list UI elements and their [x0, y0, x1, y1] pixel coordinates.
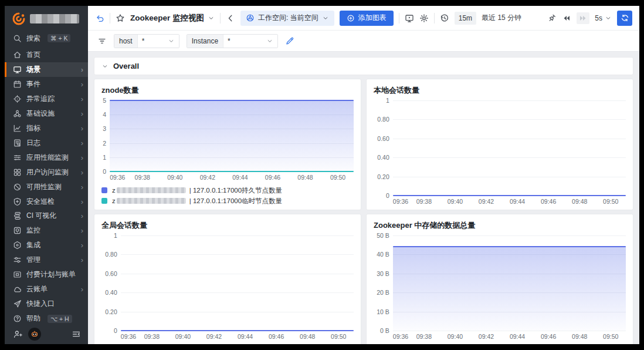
sidebar-item-availability[interactable]: 可用性监测›: [5, 180, 88, 194]
sidebar-item-events[interactable]: 事件›: [5, 77, 88, 92]
time-range-badge[interactable]: 15m: [455, 12, 476, 25]
refresh-button[interactable]: [617, 11, 632, 26]
favorite-star-button[interactable]: [116, 14, 125, 23]
backward-button[interactable]: [562, 14, 571, 23]
legend-item[interactable]: z| 127.0.0.1:17000临时节点数量: [101, 196, 354, 206]
chart-plot-area[interactable]: 10.800.600.400.200: [374, 100, 626, 196]
chart-panel-2[interactable]: 本地会话数量10.800.600.400.20009:3609:3809:400…: [366, 79, 633, 210]
chart-title: znode数量: [101, 85, 354, 96]
x-tick-label: 09:42: [479, 198, 494, 205]
filter-instance[interactable]: Instance *: [187, 34, 278, 48]
chevron-right-icon: ›: [81, 139, 83, 147]
y-tick-label: 30 B: [377, 271, 389, 277]
series-line: [393, 195, 626, 196]
forward-button[interactable]: [577, 12, 589, 24]
sidebar-item-cloud-bill[interactable]: 云账单›: [5, 282, 88, 297]
chevron-right-icon: ›: [81, 183, 83, 191]
sidebar-item-monitoring[interactable]: 监控›: [5, 223, 88, 238]
chart-panel-3[interactable]: 全局会话数量10.800.600.400.20009:3609:3809:400…: [94, 214, 361, 344]
chart-panel-4[interactable]: Zookeeper 中存储的数据总量50 B40 B30 B20 B10 B0 …: [366, 214, 633, 344]
chevron-right-icon: ›: [81, 124, 83, 132]
sidebar-item-metrics[interactable]: 指标›: [5, 121, 88, 136]
undo-button[interactable]: [95, 14, 104, 23]
sidebar-item-home[interactable]: 首页: [5, 48, 88, 62]
chevron-right-icon: ›: [81, 95, 83, 103]
invite-user-icon[interactable]: [13, 329, 22, 339]
sidebar-item-ci[interactable]: CI 可视化›: [5, 208, 88, 223]
sidebar-item-management[interactable]: 管理›: [5, 253, 88, 267]
dashboard-title-menu[interactable]: Zookeeper 监控视图: [130, 13, 215, 23]
y-axis-labels: 10.800.600.400.200: [101, 235, 121, 331]
cloud-bill-icon: [13, 285, 22, 294]
gridline: [393, 177, 626, 177]
series-line: [110, 100, 354, 101]
series-line: [121, 330, 354, 331]
sidebar-item-billing[interactable]: 付费计划与账单: [5, 267, 88, 282]
metrics-icon: [13, 124, 22, 133]
chart-title: Zookeeper 中存储的数据总量: [374, 220, 626, 231]
sidebar-item-apm[interactable]: 应用性能监测›: [5, 150, 88, 165]
charts-grid: znode数量54321009:3609:3809:4009:4209:4409…: [94, 79, 633, 344]
x-tick-label: 09:46: [269, 333, 284, 340]
chevron-right-icon: ›: [81, 285, 83, 293]
legend-item[interactable]: z| 127.0.0.1:17000持久节点数量: [101, 185, 354, 196]
chevron-right-icon: ›: [81, 212, 83, 220]
chart-plot-area[interactable]: 543210: [101, 100, 354, 171]
app-logo[interactable]: [5, 6, 88, 29]
sidebar-item-security[interactable]: 安全巡检›: [5, 194, 88, 209]
time-range-text[interactable]: 最近 15 分钟: [482, 13, 521, 23]
section-overall[interactable]: Overall: [94, 57, 633, 75]
y-tick-label: 20 B: [377, 290, 389, 296]
gridline: [121, 292, 354, 293]
chart-panel-1[interactable]: znode数量54321009:3609:3809:4009:4209:4409…: [94, 79, 361, 210]
availability-icon: [13, 183, 22, 191]
pin-button[interactable]: [547, 14, 557, 23]
filter-bar: host * Instance *: [88, 31, 639, 52]
y-tick-label: 0.60: [377, 136, 389, 142]
tv-mode-button[interactable]: [405, 14, 414, 23]
legend-label-redacted: [117, 187, 186, 193]
collapse-sidebar-icon[interactable]: [72, 329, 81, 339]
plot-canvas: [393, 100, 626, 196]
sidebar-item-label: 首页: [26, 50, 40, 60]
app-logo-icon: [12, 12, 26, 26]
user-avatar[interactable]: [28, 328, 41, 341]
collapse-header-button[interactable]: [226, 14, 235, 23]
sidebar-item-quick-entry[interactable]: 快捷入口: [5, 297, 88, 311]
sidebar-item-scenes[interactable]: 场景›: [5, 62, 88, 77]
sidebar-item-error-tracking[interactable]: 异常追踪›: [5, 92, 88, 106]
sidebar-item-rum[interactable]: 用户访问监测›: [5, 165, 88, 180]
y-axis-labels: 543210: [101, 100, 110, 171]
plot-canvas: [393, 235, 626, 331]
refresh-interval-select[interactable]: 5s: [595, 14, 612, 22]
series-area: [110, 100, 354, 171]
edit-filters-button[interactable]: [285, 36, 294, 46]
sidebar-item-integrations[interactable]: 集成›: [5, 238, 88, 253]
x-tick-label: 09:44: [510, 333, 525, 340]
settings-gear-button[interactable]: [419, 14, 429, 23]
chart-plot-area[interactable]: 50 B40 B30 B20 B10 B0 B: [374, 235, 626, 331]
y-tick-label: 5: [103, 97, 106, 104]
scene-icon: [13, 65, 22, 74]
apm-icon: [13, 153, 22, 162]
filter-funnel-icon[interactable]: [97, 36, 107, 46]
x-tick-label: 09:38: [416, 333, 432, 340]
chart-plot-area[interactable]: 10.800.600.400.200: [101, 235, 354, 331]
x-tick-label: 09:50: [330, 174, 345, 181]
add-chart-button[interactable]: 添加图表: [340, 11, 394, 26]
sidebar-item-help[interactable]: 帮助⌥ + H: [5, 311, 88, 326]
workspace-selector[interactable]: 工作空间: 当前空间: [240, 11, 334, 26]
gridline: [393, 157, 626, 158]
paper-plane-icon: [13, 299, 22, 308]
sidebar-item-logs[interactable]: 日志›: [5, 136, 88, 150]
billing-card-icon: [13, 270, 22, 279]
x-tick-label: 09:38: [144, 333, 160, 340]
gridline: [121, 254, 354, 255]
history-button[interactable]: [440, 14, 449, 23]
sidebar-item-label: 集成: [26, 240, 40, 250]
y-tick-label: 0.20: [105, 308, 117, 315]
filter-host[interactable]: host *: [114, 34, 179, 48]
sidebar-search[interactable]: 搜索 ⌘ + K: [5, 31, 88, 46]
sidebar-item-infrastructure[interactable]: 基础设施›: [5, 106, 88, 121]
section-title: Overall: [113, 62, 139, 70]
